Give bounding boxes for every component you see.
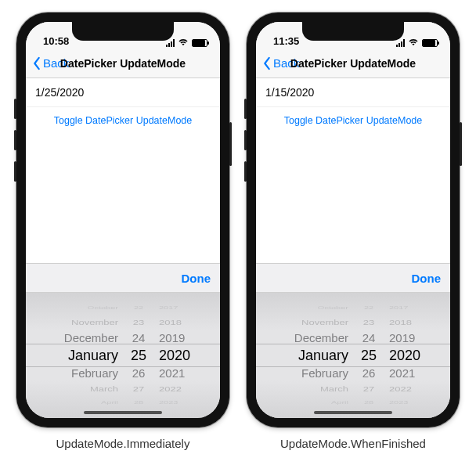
date-field[interactable]: 1/25/2020 <box>26 78 220 107</box>
done-button[interactable]: Done <box>182 272 211 285</box>
back-label: Back <box>273 56 299 70</box>
wifi-icon <box>408 38 419 47</box>
picker-row: 24 <box>362 333 376 344</box>
picker-row: November <box>301 319 348 326</box>
content-area: 1/15/2020 Toggle DatePicker UpdateMode <box>256 78 450 263</box>
picker-row: 2022 <box>389 385 412 393</box>
chevron-left-icon <box>262 56 272 70</box>
picker-row: 23 <box>133 319 144 326</box>
picker-row: 2017 <box>159 305 178 310</box>
back-button[interactable]: Back <box>32 56 69 70</box>
home-indicator[interactable] <box>84 411 162 414</box>
content-area: 1/25/2020 Toggle DatePicker UpdateMode <box>26 78 220 263</box>
picker-row: April <box>331 400 348 405</box>
cellular-icon <box>166 39 175 47</box>
back-button[interactable]: Back <box>262 56 299 70</box>
picker-row: 26 <box>132 368 146 379</box>
picker-wheel-year[interactable]: 2017 2018 2019 2020 2021 2022 2023 <box>154 293 201 418</box>
input-accessory-bar: Done <box>256 263 450 293</box>
picker-wheel-month[interactable]: October November December January Februa… <box>275 293 353 418</box>
screen: 10:58 Back DatePicker UpdateMode 1/25/20 <box>26 22 220 418</box>
picker-row: 2023 <box>389 400 408 405</box>
picker-row: 2019 <box>389 333 415 344</box>
picker-row: 2018 <box>389 319 412 326</box>
picker-row: February <box>71 368 118 379</box>
status-icons <box>396 38 438 47</box>
picker-row: December <box>294 333 348 344</box>
picker-wheel-year[interactable]: 2017 2018 2019 2020 2021 2022 2023 <box>384 293 431 418</box>
wifi-icon <box>178 38 189 47</box>
picker-row-selected: 25 <box>131 348 146 362</box>
picker-row-selected: January <box>68 348 118 362</box>
chevron-left-icon <box>32 56 41 70</box>
picker-row: December <box>64 333 118 344</box>
input-accessory-bar: Done <box>26 263 220 293</box>
back-label: Back <box>43 56 69 70</box>
status-icons <box>166 38 207 47</box>
picker-row: 2021 <box>389 368 415 379</box>
screen: 11:35 Back DatePicker UpdateMode 1/15/20 <box>256 22 450 418</box>
picker-row-selected: January <box>298 348 348 362</box>
picker-row: 27 <box>363 385 374 393</box>
nav-bar: Back DatePicker UpdateMode <box>256 49 450 78</box>
notch <box>72 22 174 41</box>
caption-label: UpdateMode.WhenFinished <box>247 437 460 450</box>
picker-wheel-day[interactable]: 22 23 24 25 26 27 28 <box>353 293 384 418</box>
picker-row: 2022 <box>159 385 182 393</box>
phone-frame: 11:35 Back DatePicker UpdateMode 1/15/20 <box>247 13 460 427</box>
date-picker[interactable]: October November December January Februa… <box>256 293 450 418</box>
picker-row: 2023 <box>159 400 178 405</box>
notch <box>302 22 404 41</box>
picker-row: 27 <box>133 385 144 393</box>
picker-row: 22 <box>134 305 143 310</box>
battery-icon <box>422 39 438 47</box>
picker-row: October <box>318 305 348 310</box>
picker-row: February <box>301 368 348 379</box>
battery-icon <box>192 39 207 47</box>
picker-row: October <box>88 305 118 310</box>
picker-row: April <box>101 400 118 405</box>
date-picker[interactable]: October November December January Februa… <box>26 293 220 418</box>
picker-wheel-day[interactable]: 22 23 24 25 26 27 28 <box>123 293 154 418</box>
done-button[interactable]: Done <box>412 272 442 285</box>
picker-row: 2019 <box>159 333 185 344</box>
home-indicator[interactable] <box>314 411 392 414</box>
nav-bar: Back DatePicker UpdateMode <box>26 49 220 78</box>
picker-wheel-month[interactable]: October November December January Februa… <box>45 293 123 418</box>
picker-row: 2017 <box>389 305 408 310</box>
toggle-updatemode-button[interactable]: Toggle DatePicker UpdateMode <box>256 107 450 134</box>
phone-frame: 10:58 Back DatePicker UpdateMode 1/25/20 <box>16 13 229 427</box>
picker-row: 22 <box>364 305 373 310</box>
picker-row: 28 <box>364 400 373 405</box>
clock-label: 10:58 <box>43 35 69 47</box>
picker-row-selected: 2020 <box>389 348 420 362</box>
picker-row: 23 <box>363 319 374 326</box>
clock-label: 11:35 <box>273 35 299 47</box>
picker-row: March <box>90 385 118 393</box>
toggle-updatemode-button[interactable]: Toggle DatePicker UpdateMode <box>26 107 220 134</box>
caption-label: UpdateMode.Immediately <box>16 437 229 450</box>
picker-row: 28 <box>134 400 143 405</box>
picker-row: 24 <box>132 333 146 344</box>
picker-row: November <box>71 319 118 326</box>
picker-row: 2021 <box>159 368 185 379</box>
picker-row: 26 <box>362 368 376 379</box>
picker-row-selected: 2020 <box>159 348 190 362</box>
picker-row-selected: 25 <box>361 348 377 362</box>
cellular-icon <box>396 39 405 47</box>
picker-row: 2018 <box>159 319 182 326</box>
date-field[interactable]: 1/15/2020 <box>256 78 450 107</box>
picker-row: March <box>320 385 348 393</box>
